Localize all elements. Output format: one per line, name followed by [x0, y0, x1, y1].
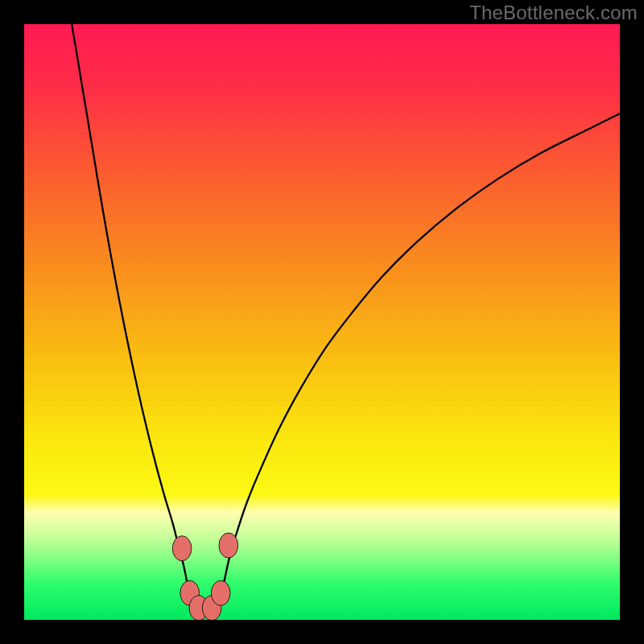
valley-marker [172, 536, 192, 561]
watermark-text: TheBottleneck.com [469, 2, 638, 24]
valley-markers [172, 533, 237, 620]
curve-left-branch [72, 24, 188, 593]
plot-area [24, 24, 620, 620]
curve-layer [24, 24, 620, 620]
chart-frame: TheBottleneck.com [0, 0, 644, 644]
valley-marker [211, 580, 230, 605]
curve-right-branch [222, 114, 620, 593]
valley-marker [219, 533, 238, 558]
